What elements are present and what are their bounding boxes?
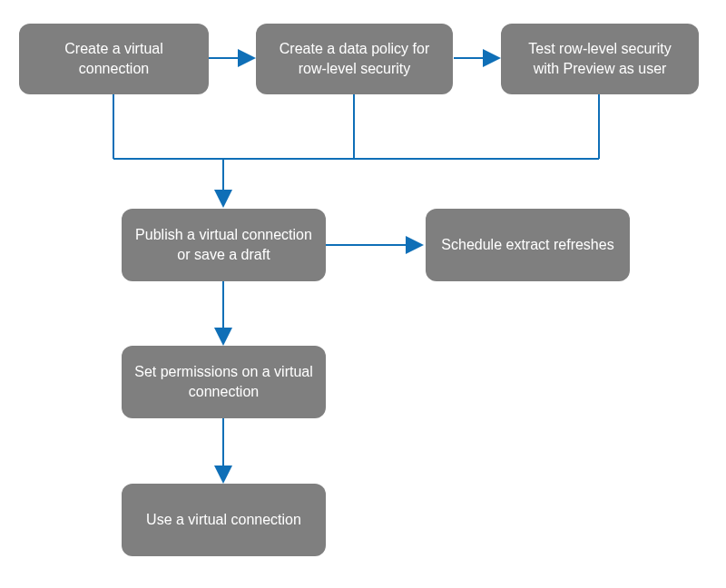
node-schedule: Schedule extract refreshes [426,209,630,281]
node-label: Create a data policy for row-level secur… [269,39,440,80]
node-label: Use a virtual connection [146,510,301,530]
node-create-vc: Create a virtual connection [19,24,209,94]
node-use-vc: Use a virtual connection [122,484,326,556]
node-label: Publish a virtual connection or save a d… [134,225,313,266]
node-publish: Publish a virtual connection or save a d… [122,209,326,281]
node-create-policy: Create a data policy for row-level secur… [256,24,453,94]
node-label: Create a virtual connection [32,39,196,80]
node-label: Schedule extract refreshes [441,235,613,255]
node-label: Set permissions on a virtual connection [134,362,313,403]
node-permissions: Set permissions on a virtual connection [122,346,326,418]
node-test-rls: Test row-level security with Preview as … [501,24,699,94]
node-label: Test row-level security with Preview as … [514,39,686,80]
